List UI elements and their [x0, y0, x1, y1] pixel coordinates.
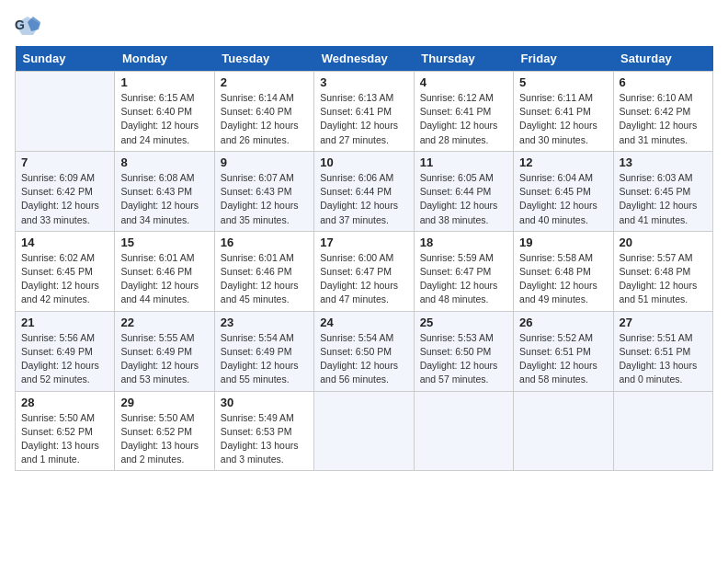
day-info: Sunrise: 5:51 AMSunset: 6:51 PMDaylight:… — [620, 331, 707, 387]
day-info: Sunrise: 5:55 AMSunset: 6:49 PMDaylight:… — [120, 331, 208, 387]
day-info: Sunrise: 5:53 AMSunset: 6:50 PMDaylight:… — [420, 331, 507, 387]
calendar-cell: 13Sunrise: 6:03 AMSunset: 6:45 PMDayligh… — [613, 151, 712, 231]
week-row-3: 14Sunrise: 6:02 AMSunset: 6:45 PMDayligh… — [16, 231, 713, 311]
calendar-cell: 2Sunrise: 6:14 AMSunset: 6:40 PMDaylight… — [214, 72, 313, 152]
calendar-cell: 20Sunrise: 5:57 AMSunset: 6:48 PMDayligh… — [613, 231, 712, 311]
day-number: 19 — [519, 236, 607, 249]
day-info: Sunrise: 6:09 AMSunset: 6:42 PMDaylight:… — [21, 171, 108, 227]
day-info: Sunrise: 6:02 AMSunset: 6:45 PMDaylight:… — [21, 251, 108, 307]
col-header-wednesday: Wednesday — [314, 46, 414, 72]
calendar-cell: 18Sunrise: 5:59 AMSunset: 6:47 PMDayligh… — [414, 231, 513, 311]
calendar-cell: 19Sunrise: 5:58 AMSunset: 6:48 PMDayligh… — [514, 231, 613, 311]
day-number: 21 — [21, 316, 108, 329]
calendar-cell — [514, 391, 613, 471]
calendar-header-row: SundayMondayTuesdayWednesdayThursdayFrid… — [16, 46, 713, 72]
day-number: 13 — [620, 155, 707, 169]
day-number: 26 — [519, 316, 607, 329]
calendar-cell: 1Sunrise: 6:15 AMSunset: 6:40 PMDaylight… — [115, 72, 214, 152]
col-header-tuesday: Tuesday — [214, 46, 313, 72]
calendar-cell: 30Sunrise: 5:49 AMSunset: 6:53 PMDayligh… — [214, 391, 313, 471]
day-number: 3 — [320, 75, 407, 89]
col-header-sunday: Sunday — [16, 46, 115, 72]
col-header-friday: Friday — [514, 46, 613, 72]
calendar-cell: 6Sunrise: 6:10 AMSunset: 6:42 PMDaylight… — [613, 72, 712, 152]
calendar-cell: 10Sunrise: 6:06 AMSunset: 6:44 PMDayligh… — [314, 151, 414, 231]
day-number: 18 — [420, 236, 507, 249]
calendar-cell: 11Sunrise: 6:05 AMSunset: 6:44 PMDayligh… — [414, 151, 513, 231]
col-header-monday: Monday — [115, 46, 214, 72]
day-info: Sunrise: 6:04 AMSunset: 6:45 PMDaylight:… — [519, 171, 607, 227]
calendar-cell: 26Sunrise: 5:52 AMSunset: 6:51 PMDayligh… — [514, 311, 613, 391]
calendar-cell — [414, 391, 513, 471]
day-number: 20 — [620, 236, 707, 249]
day-info: Sunrise: 6:01 AMSunset: 6:46 PMDaylight:… — [120, 251, 208, 307]
day-info: Sunrise: 5:50 AMSunset: 6:52 PMDaylight:… — [21, 411, 108, 467]
day-number: 24 — [320, 316, 407, 329]
calendar-cell: 21Sunrise: 5:56 AMSunset: 6:49 PMDayligh… — [16, 311, 115, 391]
calendar-table: SundayMondayTuesdayWednesdayThursdayFrid… — [15, 46, 713, 471]
week-row-2: 7Sunrise: 6:09 AMSunset: 6:42 PMDaylight… — [16, 151, 713, 231]
day-info: Sunrise: 6:06 AMSunset: 6:44 PMDaylight:… — [320, 171, 407, 227]
day-info: Sunrise: 5:54 AMSunset: 6:49 PMDaylight:… — [221, 331, 308, 387]
day-number: 4 — [420, 75, 507, 89]
day-number: 8 — [120, 155, 208, 169]
calendar-cell: 9Sunrise: 6:07 AMSunset: 6:43 PMDaylight… — [214, 151, 313, 231]
day-info: Sunrise: 6:11 AMSunset: 6:41 PMDaylight:… — [519, 91, 607, 147]
day-info: Sunrise: 5:59 AMSunset: 6:47 PMDaylight:… — [420, 251, 507, 307]
day-number: 1 — [120, 75, 208, 89]
calendar-cell — [16, 72, 115, 152]
day-number: 22 — [120, 316, 208, 329]
day-info: Sunrise: 6:13 AMSunset: 6:41 PMDaylight:… — [320, 91, 407, 147]
calendar-cell — [314, 391, 414, 471]
day-info: Sunrise: 6:12 AMSunset: 6:41 PMDaylight:… — [420, 91, 507, 147]
calendar-cell: 7Sunrise: 6:09 AMSunset: 6:42 PMDaylight… — [16, 151, 115, 231]
day-info: Sunrise: 6:07 AMSunset: 6:43 PMDaylight:… — [221, 171, 308, 227]
page-header: G — [15, 15, 713, 35]
calendar-cell: 28Sunrise: 5:50 AMSunset: 6:52 PMDayligh… — [16, 391, 115, 471]
calendar-cell: 4Sunrise: 6:12 AMSunset: 6:41 PMDaylight… — [414, 72, 513, 152]
day-info: Sunrise: 6:08 AMSunset: 6:43 PMDaylight:… — [120, 171, 208, 227]
day-number: 30 — [221, 396, 308, 409]
logo-icon: G — [15, 15, 40, 35]
col-header-thursday: Thursday — [414, 46, 513, 72]
day-info: Sunrise: 5:58 AMSunset: 6:48 PMDaylight:… — [519, 251, 607, 307]
day-number: 6 — [620, 75, 707, 89]
week-row-1: 1Sunrise: 6:15 AMSunset: 6:40 PMDaylight… — [16, 72, 713, 152]
day-number: 29 — [120, 396, 208, 409]
day-info: Sunrise: 6:00 AMSunset: 6:47 PMDaylight:… — [320, 251, 407, 307]
calendar-cell: 16Sunrise: 6:01 AMSunset: 6:46 PMDayligh… — [214, 231, 313, 311]
calendar-cell: 24Sunrise: 5:54 AMSunset: 6:50 PMDayligh… — [314, 311, 414, 391]
day-info: Sunrise: 5:56 AMSunset: 6:49 PMDaylight:… — [21, 331, 108, 387]
day-number: 2 — [221, 75, 308, 89]
day-info: Sunrise: 6:01 AMSunset: 6:46 PMDaylight:… — [221, 251, 308, 307]
calendar-cell: 23Sunrise: 5:54 AMSunset: 6:49 PMDayligh… — [214, 311, 313, 391]
day-number: 5 — [519, 75, 607, 89]
logo: G — [15, 15, 44, 35]
week-row-5: 28Sunrise: 5:50 AMSunset: 6:52 PMDayligh… — [16, 391, 713, 471]
day-number: 23 — [221, 316, 308, 329]
day-number: 11 — [420, 155, 507, 169]
day-info: Sunrise: 6:14 AMSunset: 6:40 PMDaylight:… — [221, 91, 308, 147]
col-header-saturday: Saturday — [613, 46, 712, 72]
day-number: 12 — [519, 155, 607, 169]
calendar-cell: 17Sunrise: 6:00 AMSunset: 6:47 PMDayligh… — [314, 231, 414, 311]
day-info: Sunrise: 5:49 AMSunset: 6:53 PMDaylight:… — [221, 411, 308, 467]
day-info: Sunrise: 5:57 AMSunset: 6:48 PMDaylight:… — [620, 251, 707, 307]
day-info: Sunrise: 6:10 AMSunset: 6:42 PMDaylight:… — [620, 91, 707, 147]
week-row-4: 21Sunrise: 5:56 AMSunset: 6:49 PMDayligh… — [16, 311, 713, 391]
day-number: 16 — [221, 236, 308, 249]
day-info: Sunrise: 5:50 AMSunset: 6:52 PMDaylight:… — [120, 411, 208, 467]
calendar-cell: 27Sunrise: 5:51 AMSunset: 6:51 PMDayligh… — [613, 311, 712, 391]
day-info: Sunrise: 5:52 AMSunset: 6:51 PMDaylight:… — [519, 331, 607, 387]
calendar-cell: 8Sunrise: 6:08 AMSunset: 6:43 PMDaylight… — [115, 151, 214, 231]
day-number: 25 — [420, 316, 507, 329]
day-number: 9 — [221, 155, 308, 169]
day-number: 27 — [620, 316, 707, 329]
day-info: Sunrise: 6:15 AMSunset: 6:40 PMDaylight:… — [120, 91, 208, 147]
calendar-cell: 22Sunrise: 5:55 AMSunset: 6:49 PMDayligh… — [115, 311, 214, 391]
day-info: Sunrise: 5:54 AMSunset: 6:50 PMDaylight:… — [320, 331, 407, 387]
calendar-cell: 25Sunrise: 5:53 AMSunset: 6:50 PMDayligh… — [414, 311, 513, 391]
calendar-cell: 5Sunrise: 6:11 AMSunset: 6:41 PMDaylight… — [514, 72, 613, 152]
calendar-cell: 3Sunrise: 6:13 AMSunset: 6:41 PMDaylight… — [314, 72, 414, 152]
day-number: 28 — [21, 396, 108, 409]
